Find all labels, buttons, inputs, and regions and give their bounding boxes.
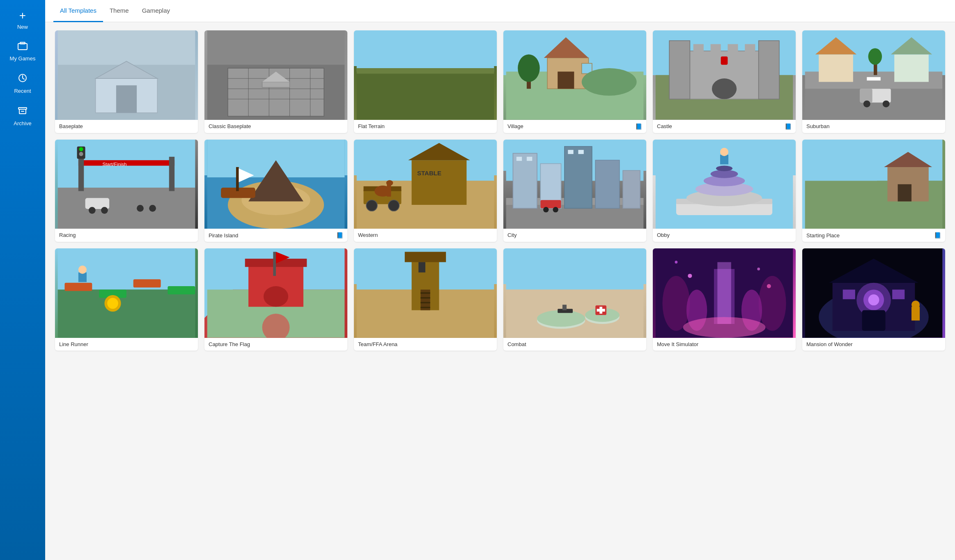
svg-rect-12 [116, 85, 137, 113]
svg-rect-108 [527, 156, 532, 161]
svg-rect-46 [712, 78, 737, 99]
template-thumb-village [503, 30, 646, 120]
template-card-flat-terrain[interactable]: Flat Terrain [354, 30, 497, 133]
template-label-move-it-simulator: Move It Simulator [653, 338, 796, 351]
template-thumb-classic-baseplate [204, 30, 347, 120]
template-card-starting-place[interactable]: Starting Place📘 [802, 140, 945, 242]
svg-rect-131 [64, 283, 92, 291]
svg-rect-42 [711, 44, 721, 54]
svg-point-177 [688, 274, 692, 278]
template-name-village: Village [507, 123, 523, 129]
svg-rect-188 [843, 289, 855, 299]
template-thumb-team-ffa-arena [354, 248, 497, 338]
template-name-pirate-island: Pirate Island [209, 232, 238, 239]
svg-rect-168 [597, 309, 605, 312]
template-label-city: City [503, 229, 646, 241]
template-label-village: Village📘 [503, 120, 646, 133]
sidebar-item-new[interactable]: + New [0, 4, 45, 36]
template-label-suburban: Suburban [802, 120, 945, 133]
template-card-mansion-of-wonder[interactable]: Mansion of Wonder [802, 248, 945, 351]
bookmark-icon[interactable]: 📘 [785, 123, 792, 130]
svg-rect-47 [669, 41, 690, 99]
template-thumb-castle [653, 30, 796, 120]
template-card-team-ffa-arena[interactable]: Team/FFA Arena [354, 248, 497, 351]
template-thumb-pirate-island [204, 140, 347, 229]
svg-rect-133 [133, 279, 161, 287]
svg-point-170 [662, 276, 690, 331]
svg-point-60 [863, 101, 870, 108]
svg-point-121 [716, 165, 732, 171]
template-card-classic-baseplate[interactable]: Classic Baseplate [204, 30, 347, 133]
template-grid-container: Baseplate Classic Baseplate Flat Terrain… [45, 22, 955, 560]
svg-rect-128 [898, 184, 911, 201]
svg-rect-130 [58, 289, 195, 337]
template-thumb-mansion-of-wonder [802, 248, 945, 338]
template-card-city[interactable]: City [503, 140, 646, 242]
template-card-line-runner[interactable]: Line Runner [55, 248, 198, 351]
svg-point-35 [518, 55, 540, 82]
template-card-castle[interactable]: Castle📘 [653, 30, 796, 133]
tab-all-templates[interactable]: All Templates [53, 0, 103, 22]
svg-point-74 [89, 207, 96, 213]
svg-point-178 [757, 268, 760, 271]
template-thumb-move-it-simulator [653, 248, 796, 338]
tab-gameplay[interactable]: Gameplay [135, 0, 177, 22]
template-card-combat[interactable]: Combat [503, 248, 646, 351]
sidebar-item-recent[interactable]: Recent [0, 67, 45, 100]
archive-icon [18, 106, 28, 118]
svg-point-77 [137, 204, 144, 211]
sidebar-item-new-label: New [17, 24, 28, 30]
tab-theme[interactable]: Theme [103, 0, 135, 22]
template-grid: Baseplate Classic Baseplate Flat Terrain… [55, 30, 945, 351]
svg-rect-23 [262, 82, 290, 87]
template-thumb-suburban [802, 30, 945, 120]
template-label-starting-place: Starting Place📘 [802, 229, 945, 242]
svg-rect-25 [357, 30, 494, 71]
svg-line-4 [23, 78, 24, 79]
sidebar-item-archive[interactable]: Archive [0, 100, 45, 132]
svg-point-36 [582, 68, 637, 96]
template-card-capture-the-flag[interactable]: Capture The Flag [204, 248, 347, 351]
svg-point-75 [101, 207, 108, 213]
svg-point-72 [79, 152, 83, 156]
template-card-village[interactable]: Village📘 [503, 30, 646, 133]
svg-point-113 [553, 207, 558, 212]
svg-point-61 [883, 101, 890, 108]
svg-rect-158 [506, 248, 644, 289]
main-content: All Templates Theme Gameplay Baseplate C… [45, 0, 955, 560]
svg-rect-43 [728, 44, 738, 54]
template-card-obby[interactable]: Obby [653, 140, 796, 242]
svg-point-94 [366, 200, 377, 211]
svg-rect-27 [357, 68, 494, 73]
template-card-racing[interactable]: Start/Finish Racing [55, 140, 198, 242]
svg-point-78 [149, 204, 156, 211]
template-thumb-city [503, 140, 646, 229]
svg-rect-145 [264, 286, 288, 307]
svg-text:Start/Finish: Start/Finish [102, 161, 126, 166]
template-name-flat-terrain: Flat Terrain [358, 123, 385, 129]
template-name-castle: Castle [657, 123, 672, 129]
template-card-baseplate[interactable]: Baseplate [55, 30, 198, 133]
svg-rect-97 [387, 184, 391, 196]
svg-rect-165 [562, 305, 567, 310]
template-card-move-it-simulator[interactable]: Move It Simulator [653, 248, 796, 351]
template-name-team-ffa-arena: Team/FFA Arena [358, 341, 397, 347]
svg-rect-143 [273, 252, 276, 276]
template-label-racing: Racing [55, 229, 198, 241]
bookmark-icon[interactable]: 📘 [635, 123, 642, 130]
bookmark-icon[interactable]: 📘 [336, 232, 343, 239]
svg-rect-111 [540, 200, 561, 208]
template-label-mansion-of-wonder: Mansion of Wonder [802, 338, 945, 351]
template-label-classic-baseplate: Classic Baseplate [204, 120, 347, 133]
template-name-classic-baseplate: Classic Baseplate [209, 123, 251, 129]
template-card-suburban[interactable]: Suburban [802, 30, 945, 133]
svg-point-98 [386, 180, 393, 185]
sidebar-item-my-games[interactable]: My Games [0, 36, 45, 67]
template-label-line-runner: Line Runner [55, 338, 198, 351]
template-name-line-runner: Line Runner [59, 341, 88, 347]
bookmark-icon[interactable]: 📘 [934, 232, 941, 239]
template-label-combat: Combat [503, 338, 646, 351]
svg-point-176 [683, 317, 766, 337]
template-card-pirate-island[interactable]: Pirate Island📘 [204, 140, 347, 242]
template-card-western[interactable]: STABLE Western [354, 140, 497, 242]
